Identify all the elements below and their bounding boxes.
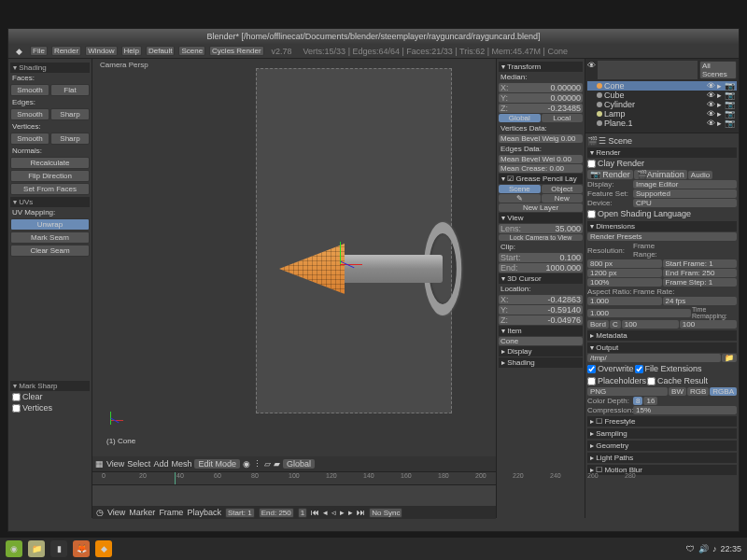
depth16-button[interactable]: 16 [643,397,657,405]
output-panel-header[interactable]: ▾ Output [587,343,737,353]
lockcam-check[interactable]: Lock Camera to View [499,234,583,241]
scene-icon[interactable]: 🎬 [587,136,598,146]
tl-end[interactable]: End: 250 [259,508,294,518]
clearseam-button[interactable]: Clear Seam [10,245,90,257]
outliner-item[interactable]: Cylinder👁 ▸ 📷 [587,100,737,109]
menu-window[interactable]: Window [85,46,117,56]
rgb-button[interactable]: RGB [687,387,709,396]
outliner-item[interactable]: Lamp👁 ▸ 📷 [587,109,737,119]
sync-select[interactable]: No Sync [369,508,402,518]
markseam-button[interactable]: Mark Seam [10,231,90,244]
vert-select-icon[interactable]: ⋮ [253,459,261,469]
arx-field[interactable]: 1.000 [587,297,662,305]
cursor-y-field[interactable]: Y:-0.59140 [499,305,583,315]
endframe-field[interactable]: End Fram: 250 [663,269,738,277]
outliner-item[interactable]: Cone👁 ▸ 📷 [587,81,737,91]
audio-button[interactable]: Audio [688,171,712,179]
respct-field[interactable]: 100% [587,278,662,287]
blender-icon[interactable]: ◆ [12,46,26,57]
metadata-panel-header[interactable]: ▸ Metadata [587,330,737,341]
clip-end-field[interactable]: End:1000.000 [499,263,583,273]
edges-smooth[interactable]: Smooth [10,108,49,120]
cursor-panel-header[interactable]: ▾ 3D Cursor [499,273,583,284]
layout-select[interactable]: Default [146,46,175,56]
face-select-icon[interactable]: ▰ [274,459,280,469]
fps-select[interactable]: 24 fps [663,297,738,305]
tray-note-icon[interactable]: ♪ [712,544,717,553]
menu-render[interactable]: Render [51,46,81,56]
animation-button[interactable]: 🎬Animation [634,170,687,179]
3d-viewport[interactable]: Camera Persp (1) Cone [92,59,496,456]
timeline-ruler[interactable]: 020406080100120140160180200220240260280 [92,472,496,485]
new-field[interactable]: 100 [680,320,737,329]
files-icon[interactable]: 📁 [28,540,45,557]
gp-new[interactable]: New [542,194,584,203]
median-x-field[interactable]: X:0.00000 [499,83,583,92]
menu-add[interactable]: Add [153,459,168,469]
ebevel-field[interactable]: Mean Bevel Wei 0.00 [499,155,583,163]
cursor-z-field[interactable]: Z:-0.04976 [499,315,583,325]
shading-icon[interactable]: ◉ [243,459,250,469]
tl-menu-marker[interactable]: Marker [129,508,155,517]
format-select[interactable]: PNG [587,387,668,396]
uvs-header[interactable]: ▾ UVs [10,197,90,207]
outliner-view-icon[interactable]: 👁 [587,61,596,79]
gp-newlayer[interactable]: New Layer [499,203,583,212]
verts-sharp[interactable]: Sharp [50,133,90,145]
fileext-check[interactable]: File Extensions [635,363,702,374]
play-icon[interactable]: ▸ [340,508,345,517]
orientation-select[interactable]: Global [283,459,315,469]
bw-button[interactable]: BW [669,387,686,396]
clayrender-check[interactable]: Clay Render [587,158,737,169]
ary-field[interactable]: 1.000 [587,309,691,317]
overwrite-check[interactable]: Overwrite [587,363,634,374]
rgba-button[interactable]: RGBA [710,387,737,396]
firefox-icon[interactable]: 🦊 [73,540,90,557]
cache-check[interactable]: Cache Result [647,375,708,386]
outliner-item[interactable]: Cube👁 ▸ 📷 [587,91,737,100]
space-local[interactable]: Local [542,114,584,122]
transform-panel-header[interactable]: ▾ Transform [499,62,583,72]
tray-volume-icon[interactable]: 🔊 [698,544,709,553]
geometry-panel-header[interactable]: ▸ Geometry [587,441,737,451]
render-presets[interactable]: Render Presets [587,232,737,241]
outliner-item[interactable]: Plane.1👁 ▸ 📷 [587,119,737,128]
edges-sharp[interactable]: Sharp [50,108,90,120]
recalc-button[interactable]: Recalculate [10,157,90,169]
engine-select[interactable]: Cycles Render [209,46,263,56]
tl-menu-playback[interactable]: Playback [187,508,221,517]
resy-field[interactable]: 1200 px [587,269,662,277]
faces-flat[interactable]: Flat [50,84,90,96]
folder-icon[interactable]: 📁 [722,354,737,362]
edge-select-icon[interactable]: ▱ [264,459,271,469]
mode-select[interactable]: Edit Mode [194,459,240,469]
prev-icon[interactable]: ◂ [323,508,328,517]
menu-select[interactable]: Select [127,459,150,469]
faces-smooth[interactable]: Smooth [10,84,49,96]
gp-panel-header[interactable]: ▾ ☑ Grease Pencil Lay [499,174,583,184]
ffwd-icon[interactable]: ⏭ [357,508,365,517]
flip-button[interactable]: Flip Direction [10,170,90,182]
clip-start-field[interactable]: Start:0.100 [499,253,583,262]
startframe-field[interactable]: Start Frame: 1 [663,259,738,268]
shading-header[interactable]: ▾ Shading [10,63,90,73]
output-path-field[interactable]: /tmp/ [587,354,721,362]
old-field[interactable]: 100 [622,320,679,329]
crease-field[interactable]: Mean Crease: 0.00 [499,164,583,173]
outliner-search[interactable] [598,61,698,79]
sampling-panel-header[interactable]: ▸ Sampling [587,428,737,439]
next-icon[interactable]: ▸ [348,508,353,517]
tl-menu-view[interactable]: View [107,508,125,517]
start-menu-icon[interactable]: ◉ [6,540,22,557]
menu-help[interactable]: Help [121,46,142,56]
vertices-checkbox[interactable]: Vertices [10,402,90,413]
menu-view[interactable]: View [106,459,124,469]
compression-slider[interactable]: 15% [633,406,737,414]
shading-panel-header[interactable]: ▸ Shading [499,357,583,368]
freestyle-panel-header[interactable]: ▸ ☐ Freestyle [587,416,737,427]
item-panel-header[interactable]: ▾ Item [499,326,583,336]
clock[interactable]: 22:35 [720,544,741,553]
feature-select[interactable]: Supported [633,189,737,198]
scene-select[interactable]: Scene [178,46,205,56]
tl-current[interactable]: 1 [298,508,307,518]
